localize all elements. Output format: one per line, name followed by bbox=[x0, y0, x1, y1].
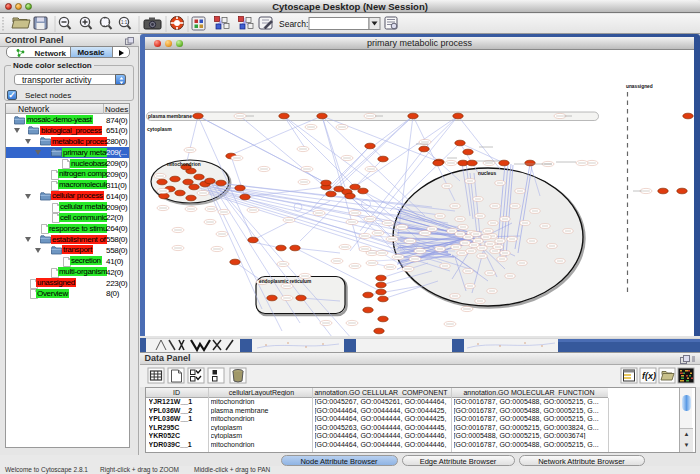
svg-text:mitochondrion: mitochondrion bbox=[167, 162, 201, 167]
svg-text:endoplasmic reticulum: endoplasmic reticulum bbox=[259, 279, 311, 284]
svg-text:cytoplasm: cytoplasm bbox=[147, 126, 172, 132]
svg-text:unassigned: unassigned bbox=[626, 84, 653, 89]
svg-text:plasma membrane: plasma membrane bbox=[148, 113, 192, 119]
svg-text:1:1: 1:1 bbox=[121, 20, 128, 25]
svg-text:f(x): f(x) bbox=[642, 371, 656, 381]
svg-text:nucleus: nucleus bbox=[478, 171, 496, 176]
